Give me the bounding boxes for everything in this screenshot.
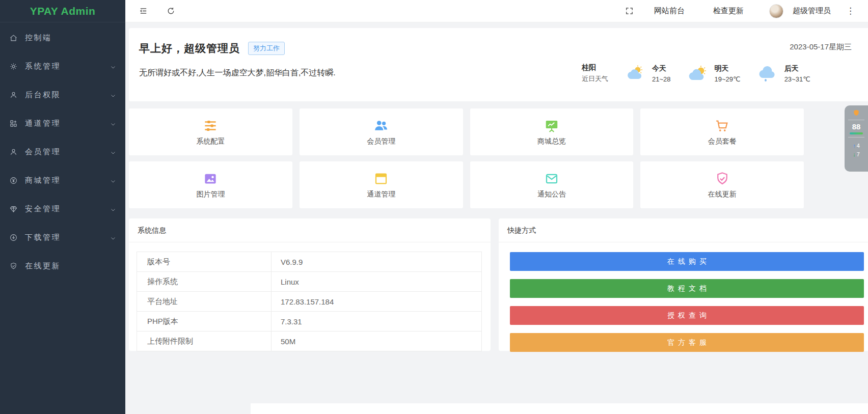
- greeting-left: 早上好，超级管理员 努力工作 无所谓好或不好,人生一场虚空大梦,韶华白首,不过转…: [139, 41, 579, 101]
- widget-up-value: 4: [857, 143, 860, 149]
- card-label: 系统配置: [196, 137, 225, 146]
- sidebar-item-label: 通道管理: [25, 119, 110, 128]
- card-label: 通知公告: [537, 190, 566, 199]
- weather-day-name: 后天: [784, 64, 810, 73]
- card-image-management[interactable]: 图片管理: [129, 161, 292, 208]
- sidebar-item-members[interactable]: 会员管理: [0, 137, 125, 166]
- sidebar-item-label: 会员管理: [25, 147, 110, 157]
- sidebar-item-mall[interactable]: 商城管理: [0, 166, 125, 195]
- home-icon: [9, 33, 18, 42]
- board-chart-icon: [544, 118, 559, 133]
- refresh-icon[interactable]: [162, 3, 179, 20]
- system-info-table: 版本号 V6.9.9 操作系统 Linux 平台地址 172.83.157.18…: [137, 252, 482, 351]
- card-member-management[interactable]: 会员管理: [300, 108, 463, 155]
- work-status-badge: 努力工作: [248, 42, 285, 55]
- shortcut-cards: 系统配置 会员管理: [129, 108, 804, 208]
- sidebar-item-security[interactable]: 安全管理: [0, 195, 125, 223]
- weather-subtitle: 近日天气: [582, 74, 608, 84]
- card-label: 商城总览: [537, 137, 566, 146]
- cart-icon: [715, 118, 730, 133]
- sidebar-item-label: 后台权限: [25, 90, 110, 100]
- sun-cloud-icon: [688, 65, 711, 82]
- arrow-up-icon: ↑: [853, 143, 856, 149]
- quick-links-title: 快捷方式: [499, 218, 868, 242]
- card-notifications[interactable]: 通知公告: [470, 161, 634, 208]
- weather-day-after: 后天 23~31℃: [758, 64, 810, 83]
- sidebar-item-label: 控制端: [25, 33, 116, 43]
- divider: [129, 242, 491, 242]
- tutorial-docs-button[interactable]: 教程文档: [510, 279, 864, 298]
- card-label: 会员管理: [367, 137, 395, 146]
- system-info-title: 系统信息: [129, 218, 491, 242]
- fullscreen-icon[interactable]: [620, 3, 638, 20]
- widget-up-row: ↑ 4: [853, 143, 860, 149]
- info-label: 版本号: [137, 252, 272, 271]
- sidebar-item-online-update[interactable]: 在线更新: [0, 252, 125, 280]
- card-online-update[interactable]: 在线更新: [640, 161, 804, 208]
- sidebar-menu: 控制端 系统管理 后台权限 通道管理: [0, 22, 125, 280]
- chevron-down-icon: [110, 63, 116, 69]
- brand-logo: YPAY Admin: [0, 0, 125, 22]
- card-label: 会员套餐: [708, 137, 737, 146]
- chevron-down-icon: [110, 234, 116, 240]
- chevron-down-icon: [110, 92, 116, 98]
- quick-link-buttons: 在线购买 教程文档 授权查询 官方客服: [499, 242, 868, 360]
- user-icon: [9, 147, 18, 156]
- floating-score-widget[interactable]: 88 ↑ 4 ↓ 7: [845, 105, 868, 172]
- username[interactable]: 超级管理员: [793, 6, 831, 16]
- user-icon: [9, 90, 18, 99]
- greeting-panel: 早上好，超级管理员 努力工作 无所谓好或不好,人生一场虚空大梦,韶华白首,不过转…: [129, 28, 868, 101]
- chevron-down-icon: [110, 149, 116, 155]
- site-front-link[interactable]: 网站前台: [642, 6, 697, 16]
- download-circle-icon: [9, 233, 18, 242]
- sidebar-item-label: 在线更新: [25, 261, 116, 271]
- table-row: 平台地址 172.83.157.184: [137, 292, 481, 312]
- sidebar-item-label: 安全管理: [25, 204, 110, 214]
- official-support-button[interactable]: 官方客服: [510, 333, 864, 352]
- sidebar-item-channels[interactable]: 通道管理: [0, 109, 125, 137]
- weather-day-temp: 23~31℃: [784, 75, 810, 83]
- weather-city-name: 桂阳: [582, 63, 608, 72]
- table-row: 操作系统 Linux: [137, 272, 481, 292]
- chevron-down-icon: [110, 177, 116, 183]
- shield-check-icon: [9, 261, 18, 270]
- table-row: 版本号 V6.9.9: [137, 252, 481, 272]
- topbar-right: 网站前台 检查更新 超级管理员 ⋮: [620, 3, 861, 20]
- sidebar: YPAY Admin 控制端 系统管理 后台权限: [0, 0, 125, 414]
- collapse-sidebar-icon[interactable]: [134, 3, 152, 20]
- card-mall-overview[interactable]: 商城总览: [470, 108, 634, 155]
- diamond-icon: [9, 204, 18, 213]
- table-row: PHP版本 7.3.31: [137, 312, 481, 332]
- online-purchase-button[interactable]: 在线购买: [510, 252, 864, 271]
- info-value: 172.83.157.184: [272, 292, 481, 311]
- card-member-packages[interactable]: 会员套餐: [640, 108, 804, 155]
- sidebar-item-label: 系统管理: [25, 62, 110, 71]
- quick-links-panel: 快捷方式 在线购买 教程文档 授权查询 官方客服: [499, 218, 868, 351]
- sidebar-item-dashboard[interactable]: 控制端: [0, 23, 125, 52]
- info-label: 操作系统: [137, 272, 272, 291]
- sidebar-item-downloads[interactable]: 下载管理: [0, 223, 125, 252]
- chevron-down-icon: [110, 206, 116, 212]
- info-value: 7.3.31: [272, 312, 481, 331]
- widget-score: 88: [852, 123, 861, 130]
- window-icon: [373, 171, 389, 186]
- card-system-config[interactable]: 系统配置: [129, 108, 292, 155]
- widget-down-row: ↓ 7: [853, 151, 860, 157]
- card-label: 图片管理: [196, 190, 225, 199]
- card-label: 在线更新: [708, 190, 737, 199]
- users-icon: [373, 118, 389, 133]
- daily-quote: 无所谓好或不好,人生一场虚空大梦,韶华白首,不过转瞬.: [139, 68, 579, 78]
- main-area: 网站前台 检查更新 超级管理员 ⋮ 早上好，超级管理员 努力工作 无所谓好或不好…: [125, 0, 868, 414]
- user-avatar[interactable]: [769, 4, 783, 18]
- kebab-menu-icon[interactable]: ⋮: [840, 6, 861, 16]
- topbar: 网站前台 检查更新 超级管理员 ⋮: [125, 0, 868, 22]
- bottom-panels: 系统信息 版本号 V6.9.9 操作系统 Linux 平台地址: [129, 218, 868, 351]
- sidebar-item-admin-auth[interactable]: 后台权限: [0, 80, 125, 109]
- sidebar-item-system[interactable]: 系统管理: [0, 52, 125, 80]
- check-update-link[interactable]: 检查更新: [701, 6, 756, 16]
- license-query-button[interactable]: 授权查询: [510, 306, 864, 325]
- content: 早上好，超级管理员 努力工作 无所谓好或不好,人生一场虚空大梦,韶华白首,不过转…: [125, 22, 868, 414]
- info-value: 50M: [272, 332, 481, 351]
- shield-check-icon: [715, 171, 730, 186]
- card-channel-management[interactable]: 通道管理: [300, 161, 463, 208]
